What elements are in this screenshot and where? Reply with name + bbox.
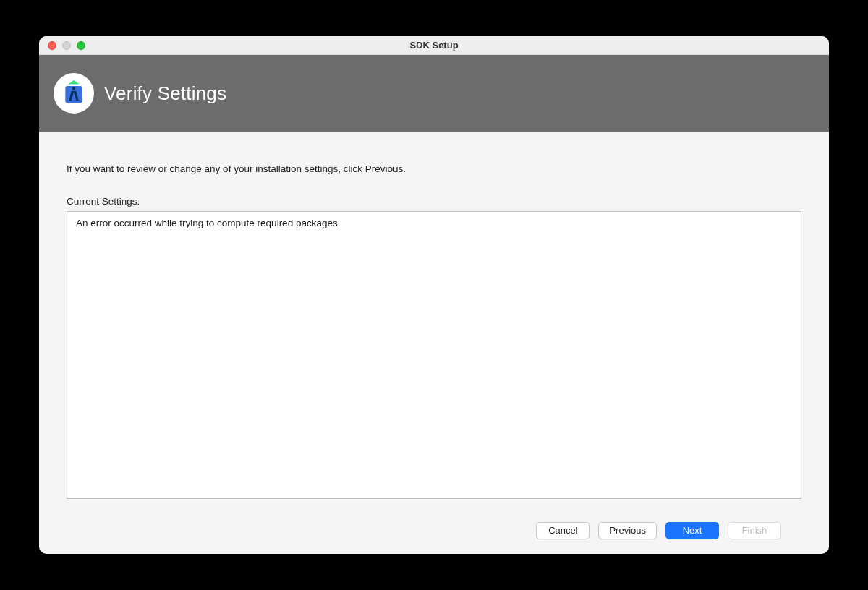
finish-button: Finish bbox=[728, 522, 781, 539]
current-settings-box[interactable]: An error occurred while trying to comput… bbox=[67, 211, 801, 499]
wizard-step-title: Verify Settings bbox=[104, 82, 226, 105]
desktop: SDK Setup Verify Settings If you want to… bbox=[0, 0, 868, 590]
wizard-content: If you want to review or change any of y… bbox=[39, 132, 829, 554]
sdk-setup-window: SDK Setup Verify Settings If you want to… bbox=[39, 36, 829, 554]
svg-point-1 bbox=[72, 87, 75, 90]
wizard-footer: Cancel Previous Next Finish bbox=[67, 508, 801, 554]
android-studio-icon bbox=[54, 73, 94, 114]
intro-text: If you want to review or change any of y… bbox=[67, 163, 801, 174]
settings-message: An error occurred while trying to comput… bbox=[76, 218, 340, 228]
window-controls bbox=[39, 41, 85, 50]
maximize-icon[interactable] bbox=[77, 41, 85, 50]
previous-button[interactable]: Previous bbox=[598, 522, 657, 539]
wizard-banner: Verify Settings bbox=[39, 55, 829, 132]
close-icon[interactable] bbox=[48, 41, 56, 50]
next-button[interactable]: Next bbox=[665, 522, 719, 539]
cancel-button[interactable]: Cancel bbox=[536, 522, 590, 539]
titlebar[interactable]: SDK Setup bbox=[39, 36, 829, 55]
minimize-icon bbox=[62, 41, 71, 50]
current-settings-label: Current Settings: bbox=[67, 196, 801, 207]
window-title: SDK Setup bbox=[39, 40, 829, 51]
